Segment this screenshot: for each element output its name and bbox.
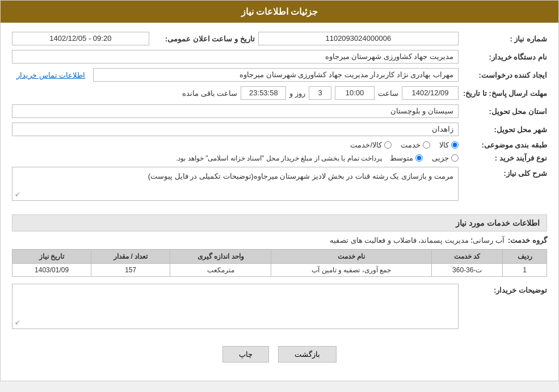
khadamat-section-header: اطلاعات خدمات مورد نیاز: [12, 214, 547, 231]
tarikh-value: 1402/12/05 - 09:20: [12, 32, 149, 45]
nooe-jozi-option[interactable]: جزیی: [432, 154, 459, 162]
tabaqe-kala-khedmat-option[interactable]: کالا/خدمت: [350, 141, 392, 149]
tabaqe-row: طبقه بندی موضوعی: کالا خدمت کالا/خدمت: [12, 141, 547, 149]
ij-konande-link[interactable]: اطلاعات تماس خریدار: [12, 71, 90, 79]
col-tedad: تعداد / مقدار: [91, 250, 170, 264]
nooe-mota-radio[interactable]: [415, 154, 423, 162]
mohlat-date: 1402/12/09: [402, 86, 459, 100]
grohe-value: آب رسانی؛ مدیریت پسماند، فاضلاب و فعالیت…: [330, 236, 505, 245]
ij-konande-value: مهراب بهادری نژاد کاربردار مدیریت جهاد ک…: [93, 68, 459, 82]
mohlat-timer: 23:53:58: [241, 86, 286, 100]
tabaqe-options: کالا خدمت کالا/خدمت: [350, 141, 459, 149]
nooe-description: پرداخت تمام یا بخشی از مبلغ خریداز محل "…: [176, 154, 382, 162]
page-container: جزئیات اطلاعات نیاز شماره نیاز : 1102093…: [0, 0, 559, 381]
sharh-value: مرمت و بازسازی یک رشته قنات در بخش لادیز…: [12, 167, 459, 201]
table-body: 1 ت-36-360 جمع آوری، تصفیه و تامین آب مت…: [12, 264, 547, 277]
nooe-mota-label: متوسط: [390, 154, 413, 162]
nam-dastgah-row: نام دستگاه خریدار: مدیریت جهاد کشاورزی ش…: [12, 50, 547, 64]
nam-dastgah-label: نام دستگاه خریدار:: [462, 53, 547, 61]
tabaqe-kala-radio[interactable]: [451, 141, 459, 149]
cell-radif: 1: [503, 264, 547, 277]
ostan-row: استان محل تحویل: سیستان و بلوچستان: [12, 104, 547, 118]
mohlat-saat: 10:00: [335, 86, 375, 100]
grohe-row: گروه خدمت: آب رسانی؛ مدیریت پسماند، فاضل…: [12, 236, 547, 245]
tabaqe-kala-option[interactable]: کالا: [439, 141, 459, 149]
table-row: 1 ت-36-360 جمع آوری، تصفیه و تامین آب مت…: [12, 264, 547, 277]
tarikh-label: تاریخ و ساعت اعلان عمومی:: [153, 35, 255, 43]
nooe-options: جزیی متوسط: [390, 154, 459, 162]
sharh-row: شرح کلی نیاز: مرمت و بازسازی یک رشته قنا…: [12, 167, 547, 208]
tabaqe-kala-label: کالا: [439, 141, 449, 149]
nam-dastgah-value: مدیریت جهاد کشاورزی شهرستان میرجاوه: [12, 50, 459, 64]
nooe-jozi-label: جزیی: [432, 154, 449, 162]
cell-tarikh: 1403/01/09: [12, 264, 91, 277]
page-title: جزئیات اطلاعات نیاز: [241, 7, 318, 16]
toshihat-label: توضیحات خریدار:: [462, 286, 547, 294]
sharh-label: شرح کلی نیاز:: [462, 169, 547, 178]
services-table: ردیف کد خدمت نام خدمت واحد اندازه گیری ت…: [12, 249, 547, 277]
col-nam: نام خدمت: [271, 250, 432, 264]
shomare-niaz-value: 1102093024000006: [258, 32, 459, 45]
table-header-row: ردیف کد خدمت نام خدمت واحد اندازه گیری ت…: [12, 250, 547, 264]
col-kod: کد خدمت: [432, 250, 503, 264]
toshihat-row: توضیحات خریدار:: [12, 284, 547, 336]
tabaqe-khedmat-label: خدمت: [401, 141, 421, 149]
tabaqe-kala-khedmat-radio[interactable]: [384, 141, 392, 149]
toshihat-value: [12, 284, 459, 329]
shahr-value: زاهدان: [12, 123, 459, 136]
tabaqe-kala-khedmat-label: کالا/خدمت: [350, 141, 382, 149]
mohlat-rooz: 3: [309, 86, 331, 100]
back-button[interactable]: بازگشت: [278, 346, 337, 363]
mohlat-label: مهلت ارسال پاسخ: تا تاریخ:: [462, 89, 547, 98]
shahr-label: شهر محل تحویل:: [462, 125, 547, 134]
ostan-value: سیستان و بلوچستان: [12, 104, 459, 118]
col-vahed: واحد اندازه گیری: [170, 250, 271, 264]
shahr-row: شهر محل تحویل: زاهدان: [12, 123, 547, 136]
mohlat-rooz-label: روز و: [289, 89, 305, 98]
cell-vahed: مترمکعب: [170, 264, 271, 277]
print-button[interactable]: چاپ: [222, 346, 269, 363]
ij-konande-row: ایجاد کننده درخواست: مهراب بهادری نژاد ک…: [12, 68, 547, 82]
cell-nam: جمع آوری، تصفیه و تامین آب: [271, 264, 432, 277]
nooe-mota-option[interactable]: متوسط: [390, 154, 423, 162]
button-row: بازگشت چاپ: [12, 340, 547, 372]
mohlat-saat-label: ساعت: [378, 89, 398, 98]
nooe-jozi-radio[interactable]: [451, 154, 459, 162]
services-table-container: ردیف کد خدمت نام خدمت واحد اندازه گیری ت…: [12, 249, 547, 277]
table-head: ردیف کد خدمت نام خدمت واحد اندازه گیری ت…: [12, 250, 547, 264]
tabaqe-label: طبقه بندی موضوعی:: [462, 141, 547, 149]
ij-konande-label: ایجاد کننده درخواست:: [462, 71, 547, 79]
mohlat-baqi: ساعت باقی مانده: [182, 89, 237, 98]
nooe-farayand-label: نوع فرآیند خرید :: [462, 154, 547, 162]
content-area: شماره نیاز : 1102093024000006 تاریخ و سا…: [1, 23, 558, 381]
cell-kod: ت-36-360: [432, 264, 503, 277]
nooe-row: نوع فرآیند خرید : جزیی متوسط پرداخت تمام…: [12, 154, 547, 162]
tabaqe-khedmat-option[interactable]: خدمت: [401, 141, 430, 149]
col-tarikh: تاریخ نیاز: [12, 250, 91, 264]
mohlat-row: مهلت ارسال پاسخ: تا تاریخ: 1402/12/09 سا…: [12, 86, 547, 100]
ostan-label: استان محل تحویل:: [462, 107, 547, 116]
page-header: جزئیات اطلاعات نیاز: [1, 1, 558, 23]
tabaqe-khedmat-radio[interactable]: [423, 141, 430, 149]
grohe-label: گروه خدمت:: [508, 236, 547, 245]
shomare-niaz-label: شماره نیاز :: [462, 35, 547, 43]
col-radif: ردیف: [503, 250, 547, 264]
shomare-tarikh-row: شماره نیاز : 1102093024000006 تاریخ و سا…: [12, 32, 547, 45]
cell-tedad: 157: [91, 264, 170, 277]
